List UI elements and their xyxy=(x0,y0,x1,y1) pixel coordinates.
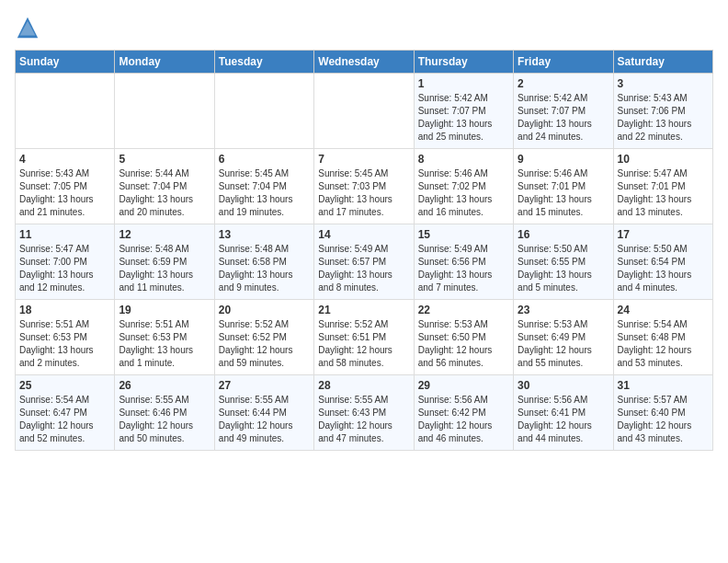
day-number: 11 xyxy=(19,228,110,241)
calendar-cell: 24Sunrise: 5:54 AM Sunset: 6:48 PM Dayli… xyxy=(613,300,712,375)
calendar-cell: 31Sunrise: 5:57 AM Sunset: 6:40 PM Dayli… xyxy=(613,375,712,451)
day-number: 27 xyxy=(219,379,310,392)
day-number: 31 xyxy=(618,379,709,392)
calendar-cell xyxy=(214,74,313,149)
week-row-4: 18Sunrise: 5:51 AM Sunset: 6:53 PM Dayli… xyxy=(16,300,713,375)
calendar-cell: 3Sunrise: 5:43 AM Sunset: 7:06 PM Daylig… xyxy=(613,74,712,149)
day-number: 21 xyxy=(318,304,409,316)
day-header-tuesday: Tuesday xyxy=(214,51,313,74)
day-number: 5 xyxy=(119,153,210,166)
day-number: 12 xyxy=(119,228,210,241)
day-info: Sunrise: 5:47 AM Sunset: 7:01 PM Dayligh… xyxy=(618,167,709,219)
calendar-cell: 1Sunrise: 5:42 AM Sunset: 7:07 PM Daylig… xyxy=(414,74,513,149)
day-number: 24 xyxy=(618,304,709,316)
day-info: Sunrise: 5:44 AM Sunset: 7:04 PM Dayligh… xyxy=(119,167,210,219)
page-header xyxy=(15,15,713,40)
week-row-5: 25Sunrise: 5:54 AM Sunset: 6:47 PM Dayli… xyxy=(16,375,713,451)
day-number: 10 xyxy=(618,153,709,166)
day-number: 30 xyxy=(518,379,609,392)
day-number: 26 xyxy=(119,379,210,392)
day-number: 29 xyxy=(418,379,509,392)
calendar-cell: 5Sunrise: 5:44 AM Sunset: 7:04 PM Daylig… xyxy=(115,149,214,224)
calendar-cell: 19Sunrise: 5:51 AM Sunset: 6:53 PM Dayli… xyxy=(115,300,214,375)
calendar-cell: 16Sunrise: 5:50 AM Sunset: 6:55 PM Dayli… xyxy=(514,224,613,300)
calendar-cell: 7Sunrise: 5:45 AM Sunset: 7:03 PM Daylig… xyxy=(314,149,414,224)
logo xyxy=(15,15,44,40)
day-info: Sunrise: 5:52 AM Sunset: 6:51 PM Dayligh… xyxy=(318,318,409,370)
day-info: Sunrise: 5:42 AM Sunset: 7:07 PM Dayligh… xyxy=(518,92,609,144)
day-number: 9 xyxy=(518,153,609,166)
calendar-cell: 4Sunrise: 5:43 AM Sunset: 7:05 PM Daylig… xyxy=(16,149,115,224)
calendar-cell xyxy=(314,74,414,149)
day-header-sunday: Sunday xyxy=(16,51,115,74)
calendar-cell: 27Sunrise: 5:55 AM Sunset: 6:44 PM Dayli… xyxy=(214,375,313,451)
day-number: 23 xyxy=(518,304,609,316)
day-info: Sunrise: 5:46 AM Sunset: 7:02 PM Dayligh… xyxy=(418,167,509,219)
day-info: Sunrise: 5:55 AM Sunset: 6:44 PM Dayligh… xyxy=(219,394,310,445)
calendar-cell: 20Sunrise: 5:52 AM Sunset: 6:52 PM Dayli… xyxy=(214,300,313,375)
day-info: Sunrise: 5:49 AM Sunset: 6:56 PM Dayligh… xyxy=(418,243,509,294)
day-number: 18 xyxy=(19,304,110,316)
day-info: Sunrise: 5:56 AM Sunset: 6:41 PM Dayligh… xyxy=(518,394,609,445)
calendar-cell: 30Sunrise: 5:56 AM Sunset: 6:41 PM Dayli… xyxy=(514,375,613,451)
day-info: Sunrise: 5:47 AM Sunset: 7:00 PM Dayligh… xyxy=(19,243,110,294)
day-info: Sunrise: 5:55 AM Sunset: 6:46 PM Dayligh… xyxy=(119,394,210,445)
day-info: Sunrise: 5:51 AM Sunset: 6:53 PM Dayligh… xyxy=(119,318,210,370)
calendar-cell xyxy=(16,74,115,149)
day-info: Sunrise: 5:57 AM Sunset: 6:40 PM Dayligh… xyxy=(618,394,709,445)
day-info: Sunrise: 5:50 AM Sunset: 6:55 PM Dayligh… xyxy=(518,243,609,294)
day-number: 14 xyxy=(318,228,409,241)
day-info: Sunrise: 5:46 AM Sunset: 7:01 PM Dayligh… xyxy=(518,167,609,219)
week-row-1: 1Sunrise: 5:42 AM Sunset: 7:07 PM Daylig… xyxy=(16,74,713,149)
day-number: 6 xyxy=(219,153,310,166)
calendar-body: 1Sunrise: 5:42 AM Sunset: 7:07 PM Daylig… xyxy=(16,74,713,451)
calendar-cell: 28Sunrise: 5:55 AM Sunset: 6:43 PM Dayli… xyxy=(314,375,414,451)
day-info: Sunrise: 5:53 AM Sunset: 6:49 PM Dayligh… xyxy=(518,318,609,370)
day-header-monday: Monday xyxy=(115,51,214,74)
calendar-cell: 15Sunrise: 5:49 AM Sunset: 6:56 PM Dayli… xyxy=(414,224,513,300)
calendar-cell: 23Sunrise: 5:53 AM Sunset: 6:49 PM Dayli… xyxy=(514,300,613,375)
day-info: Sunrise: 5:48 AM Sunset: 6:59 PM Dayligh… xyxy=(119,243,210,294)
day-info: Sunrise: 5:42 AM Sunset: 7:07 PM Dayligh… xyxy=(418,92,509,144)
calendar-cell: 26Sunrise: 5:55 AM Sunset: 6:46 PM Dayli… xyxy=(115,375,214,451)
day-number: 7 xyxy=(318,153,409,166)
day-info: Sunrise: 5:52 AM Sunset: 6:52 PM Dayligh… xyxy=(219,318,310,370)
day-number: 25 xyxy=(19,379,110,392)
day-header-wednesday: Wednesday xyxy=(314,51,414,74)
calendar-cell: 17Sunrise: 5:50 AM Sunset: 6:54 PM Dayli… xyxy=(613,224,712,300)
day-number: 19 xyxy=(119,304,210,316)
day-number: 8 xyxy=(418,153,509,166)
day-info: Sunrise: 5:54 AM Sunset: 6:48 PM Dayligh… xyxy=(618,318,709,370)
day-header-saturday: Saturday xyxy=(613,51,712,74)
day-info: Sunrise: 5:56 AM Sunset: 6:42 PM Dayligh… xyxy=(418,394,509,445)
day-info: Sunrise: 5:53 AM Sunset: 6:50 PM Dayligh… xyxy=(418,318,509,370)
calendar-cell: 10Sunrise: 5:47 AM Sunset: 7:01 PM Dayli… xyxy=(613,149,712,224)
day-number: 4 xyxy=(19,153,110,166)
day-number: 17 xyxy=(618,228,709,241)
day-info: Sunrise: 5:49 AM Sunset: 6:57 PM Dayligh… xyxy=(318,243,409,294)
day-info: Sunrise: 5:45 AM Sunset: 7:03 PM Dayligh… xyxy=(318,167,409,219)
week-row-2: 4Sunrise: 5:43 AM Sunset: 7:05 PM Daylig… xyxy=(16,149,713,224)
day-info: Sunrise: 5:50 AM Sunset: 6:54 PM Dayligh… xyxy=(618,243,709,294)
calendar-table: SundayMondayTuesdayWednesdayThursdayFrid… xyxy=(15,50,713,451)
day-number: 28 xyxy=(318,379,409,392)
day-number: 1 xyxy=(418,77,509,90)
calendar-cell: 29Sunrise: 5:56 AM Sunset: 6:42 PM Dayli… xyxy=(414,375,513,451)
day-info: Sunrise: 5:54 AM Sunset: 6:47 PM Dayligh… xyxy=(19,394,110,445)
calendar-cell: 21Sunrise: 5:52 AM Sunset: 6:51 PM Dayli… xyxy=(314,300,414,375)
calendar-cell xyxy=(115,74,214,149)
day-info: Sunrise: 5:48 AM Sunset: 6:58 PM Dayligh… xyxy=(219,243,310,294)
week-row-3: 11Sunrise: 5:47 AM Sunset: 7:00 PM Dayli… xyxy=(16,224,713,300)
calendar-cell: 22Sunrise: 5:53 AM Sunset: 6:50 PM Dayli… xyxy=(414,300,513,375)
day-info: Sunrise: 5:43 AM Sunset: 7:06 PM Dayligh… xyxy=(618,92,709,144)
day-number: 15 xyxy=(418,228,509,241)
calendar-cell: 25Sunrise: 5:54 AM Sunset: 6:47 PM Dayli… xyxy=(16,375,115,451)
day-number: 20 xyxy=(219,304,310,316)
calendar-cell: 18Sunrise: 5:51 AM Sunset: 6:53 PM Dayli… xyxy=(16,300,115,375)
calendar-cell: 6Sunrise: 5:45 AM Sunset: 7:04 PM Daylig… xyxy=(214,149,313,224)
calendar-cell: 9Sunrise: 5:46 AM Sunset: 7:01 PM Daylig… xyxy=(514,149,613,224)
day-number: 13 xyxy=(219,228,310,241)
day-info: Sunrise: 5:55 AM Sunset: 6:43 PM Dayligh… xyxy=(318,394,409,445)
calendar-cell: 11Sunrise: 5:47 AM Sunset: 7:00 PM Dayli… xyxy=(16,224,115,300)
calendar-cell: 8Sunrise: 5:46 AM Sunset: 7:02 PM Daylig… xyxy=(414,149,513,224)
